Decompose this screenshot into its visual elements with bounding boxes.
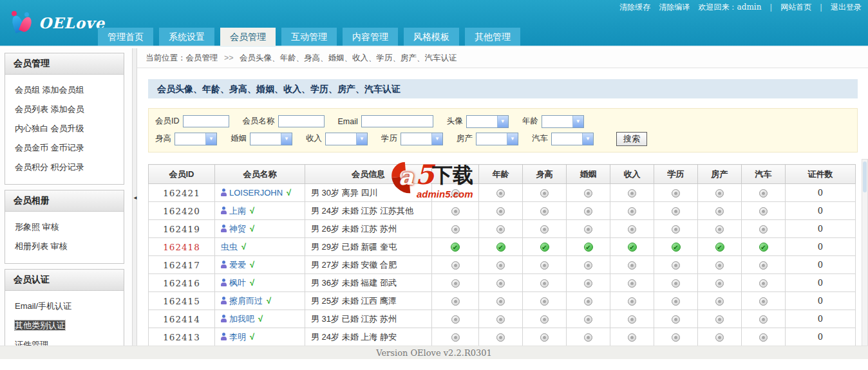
radio-button-icon[interactable] (715, 333, 724, 342)
vertical-scrollbar[interactable] (862, 159, 868, 352)
radio-button-icon[interactable] (672, 225, 680, 234)
radio-button-icon[interactable] (628, 297, 636, 306)
search-select-婚姻[interactable]: ▼ (250, 133, 292, 145)
search-select-收入[interactable]: ▼ (325, 133, 368, 145)
radio-button-icon[interactable] (759, 207, 768, 216)
radio-button-icon[interactable] (628, 225, 636, 234)
radio-button-icon[interactable] (672, 297, 680, 306)
approved-check-icon[interactable]: ✔ (628, 243, 637, 252)
search-input-Email[interactable] (361, 115, 433, 127)
radio-button-icon[interactable] (540, 297, 549, 306)
radio-button-icon[interactable] (715, 207, 724, 216)
radio-button-icon[interactable] (540, 207, 549, 216)
radio-button-icon[interactable] (759, 189, 768, 198)
radio-button-icon[interactable] (540, 279, 549, 288)
search-select-年龄[interactable]: ▼ (542, 115, 584, 128)
radio-button-icon[interactable] (715, 297, 724, 306)
radio-button-icon[interactable] (759, 315, 768, 324)
radio-button-icon[interactable] (496, 297, 505, 306)
clear-compile-link[interactable]: 清除编译 (659, 3, 690, 12)
approved-check-icon[interactable]: ✔ (759, 243, 768, 252)
radio-button-icon[interactable] (496, 333, 505, 342)
radio-button-icon[interactable] (628, 261, 636, 270)
radio-button-icon[interactable] (540, 189, 549, 198)
radio-button-icon[interactable] (715, 225, 724, 234)
radio-button-icon[interactable] (496, 189, 505, 198)
nav-tab-会员管理[interactable]: 会员管理 (220, 28, 276, 46)
radio-button-icon[interactable] (672, 315, 680, 324)
member-name-link[interactable]: 神贸 (229, 224, 246, 234)
clear-cache-link[interactable]: 清除缓存 (619, 3, 650, 12)
nav-tab-其他管理[interactable]: 其他管理 (465, 28, 520, 46)
radio-button-icon[interactable] (584, 279, 592, 288)
approved-check-icon[interactable]: ✔ (715, 243, 724, 252)
panel-splitter[interactable]: ◄ (132, 48, 137, 370)
search-select-身高[interactable]: ▼ (175, 133, 217, 145)
radio-button-icon[interactable] (759, 279, 768, 288)
breadcrumb-section[interactable]: 会员管理 (186, 53, 218, 62)
nav-tab-管理首页[interactable]: 管理首页 (98, 28, 153, 46)
sidebar-item[interactable]: 会员组 添加会员组 (5, 80, 124, 100)
radio-button-icon[interactable] (584, 333, 592, 342)
radio-button-icon[interactable] (540, 333, 549, 342)
search-select-房产[interactable]: ▼ (476, 133, 518, 145)
search-select-学历[interactable]: ▼ (401, 133, 443, 145)
radio-button-icon[interactable] (451, 279, 460, 288)
search-select-汽车[interactable]: ▼ (551, 133, 594, 145)
radio-button-icon[interactable] (715, 189, 724, 198)
member-name-link[interactable]: 上南 (229, 206, 246, 216)
scrollbar-thumb[interactable] (863, 162, 867, 192)
radio-button-icon[interactable] (451, 333, 460, 342)
member-name-link[interactable]: 枫叶 (229, 278, 246, 288)
sidebar-item[interactable]: 内心独白 会员升级 (5, 119, 124, 138)
logout-link[interactable]: 退出登录 (831, 3, 862, 12)
member-name-link[interactable]: LOISERJOHN (229, 188, 283, 198)
member-name-link[interactable]: 爱爱 (229, 260, 246, 270)
radio-button-icon[interactable] (672, 333, 680, 342)
member-name-link[interactable]: 擦肩而过 (229, 296, 263, 306)
search-input-会员名称[interactable] (278, 115, 325, 127)
approved-check-icon[interactable]: ✔ (540, 243, 549, 252)
sidebar-item[interactable]: Email/手机认证 (5, 297, 124, 316)
radio-button-icon[interactable] (672, 189, 680, 198)
sidebar-item[interactable]: 会员金币 金币记录 (5, 138, 124, 158)
radio-button-icon[interactable] (672, 261, 680, 270)
member-name-link[interactable]: 李明 (229, 332, 246, 342)
nav-tab-风格模板[interactable]: 风格模板 (404, 28, 459, 46)
radio-button-icon[interactable] (628, 315, 636, 324)
radio-button-icon[interactable] (584, 315, 592, 324)
radio-button-icon[interactable] (584, 207, 592, 216)
radio-button-icon[interactable] (496, 315, 505, 324)
radio-button-icon[interactable] (759, 333, 768, 342)
radio-button-icon[interactable] (584, 189, 592, 198)
member-name-link[interactable]: 虫虫 (221, 242, 238, 252)
radio-button-icon[interactable] (759, 261, 768, 270)
sidebar-item[interactable]: 相册列表 审核 (5, 237, 124, 256)
approved-check-icon[interactable]: ✔ (496, 243, 505, 252)
radio-button-icon[interactable] (715, 279, 724, 288)
sidebar-item[interactable]: 其他类别认证 (5, 316, 124, 335)
member-name-link[interactable]: 加我吧 (229, 314, 254, 324)
radio-button-icon[interactable] (584, 297, 592, 306)
nav-tab-内容管理[interactable]: 内容管理 (343, 28, 398, 46)
radio-button-icon[interactable] (451, 297, 460, 306)
radio-button-icon[interactable] (628, 189, 636, 198)
radio-button-icon[interactable] (628, 333, 636, 342)
nav-tab-互动管理[interactable]: 互动管理 (281, 28, 337, 46)
radio-button-icon[interactable] (496, 207, 505, 216)
radio-button-icon[interactable] (496, 225, 505, 234)
search-select-头像[interactable]: ▼ (466, 115, 509, 128)
sidebar-item[interactable]: 会员列表 添加会员 (5, 100, 124, 119)
radio-button-icon[interactable] (451, 225, 460, 234)
radio-button-icon[interactable] (540, 315, 549, 324)
radio-button-icon[interactable] (672, 207, 680, 216)
radio-button-icon[interactable] (759, 297, 768, 306)
radio-button-icon[interactable] (496, 261, 505, 270)
radio-button-icon[interactable] (759, 225, 768, 234)
search-button[interactable]: 搜索 (616, 132, 647, 146)
radio-button-icon[interactable] (451, 315, 460, 324)
sidebar-item[interactable]: 会员积分 积分记录 (5, 158, 124, 177)
radio-button-icon[interactable] (715, 315, 724, 324)
approved-check-icon[interactable]: ✔ (672, 243, 681, 252)
sidebar-item[interactable]: 形象照 审核 (5, 217, 124, 237)
